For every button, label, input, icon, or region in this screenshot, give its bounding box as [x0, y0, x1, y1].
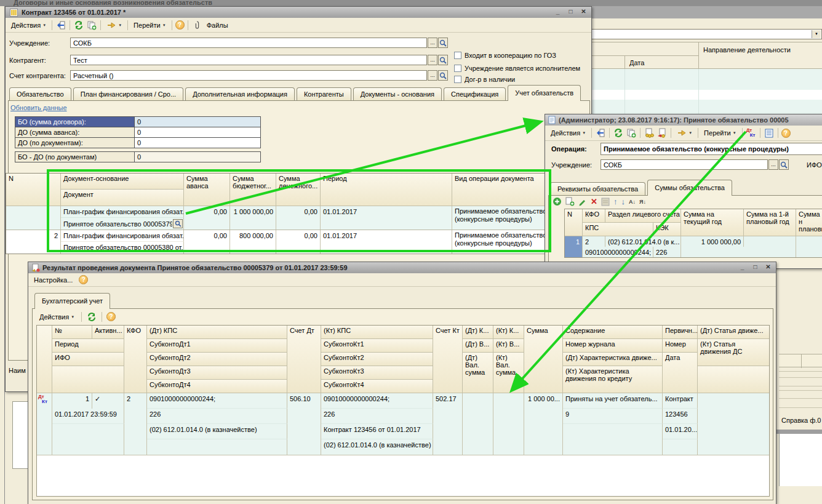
counterparty-field[interactable]: Тест — [70, 55, 427, 65]
col-doc[interactable]: Документ — [61, 190, 184, 206]
help-icon[interactable]: ? — [175, 20, 185, 30]
files-button[interactable]: Файлы — [204, 21, 231, 30]
checkbox-executor[interactable]: Учреждение является исполнителем — [454, 65, 580, 72]
save-close-icon[interactable] — [595, 128, 606, 138]
col-kt-statya[interactable]: (Кт) Статья движения ДС — [698, 339, 769, 366]
edit-row-icon[interactable] — [578, 198, 587, 206]
col-subconto-dt2[interactable]: СубконтоДт2 — [147, 353, 287, 366]
col-kt-har[interactable]: (Кт) Характеристика движения по кредиту — [563, 366, 663, 393]
settings-button[interactable]: Настройка... — [31, 276, 75, 284]
minimize-button[interactable]: _ — [553, 8, 563, 17]
col-subconto-kt3[interactable]: СубконтоКт3 — [321, 366, 433, 380]
maximize-button[interactable]: □ — [565, 8, 576, 17]
col-kt-kps[interactable]: (Кт) КПС — [321, 326, 433, 339]
close-button[interactable]: ✕ — [578, 8, 589, 17]
table-row[interactable]: ДтКт 1 ✓ 01.01.2017 23:59:59 2 090100000… — [37, 393, 769, 455]
add-copy-icon[interactable] — [86, 20, 97, 30]
account-search-icon[interactable] — [438, 70, 448, 81]
counterparty-search-icon[interactable] — [438, 55, 448, 65]
col-kt-val[interactable]: (Кт) Вал. сумма — [493, 353, 524, 393]
tab-obligation-sums[interactable]: Суммы обязательства — [647, 180, 732, 196]
sort-asc-icon[interactable]: А↓ — [629, 199, 636, 205]
account-ellipsis-button[interactable]: ... — [428, 70, 437, 81]
col-ifo[interactable]: ИФО — [52, 353, 124, 366]
delete-row-icon[interactable]: ✕ — [591, 197, 597, 206]
checkbox-goz[interactable]: Входит в кооперацию по ГОЗ — [454, 52, 556, 59]
col-dt-val[interactable]: (Дт) Вал. сумма — [463, 353, 493, 393]
goto-button[interactable]: Перейти▼ — [131, 21, 169, 30]
add-copy-icon[interactable] — [626, 128, 637, 138]
tab-additional-info[interactable]: Дополнительная информация — [185, 87, 295, 101]
spravka-button[interactable]: Справка ф.0 — [781, 417, 821, 424]
checkbox-box[interactable] — [454, 65, 461, 72]
checkbox-box[interactable] — [454, 76, 461, 83]
col-schet-kt[interactable]: Счет Кт — [433, 326, 463, 393]
institution-ellipsis-button[interactable]: ... — [768, 159, 778, 170]
unpost-document-icon[interactable] — [656, 128, 668, 138]
col-section[interactable]: Раздел лицевого счета — [605, 209, 681, 223]
col-subconto-kt2[interactable]: СубконтоКт2 — [321, 353, 433, 366]
tab-accounting[interactable]: Бухгалтерский учет — [34, 293, 110, 309]
goto-button[interactable]: Перейти▼ — [701, 129, 739, 137]
col-nomer[interactable]: Номер — [663, 339, 698, 353]
col-n[interactable]: N — [565, 209, 583, 236]
combo-dropdown-icon[interactable]: ▼ — [812, 30, 821, 38]
tab-obligation[interactable]: Обязательство — [9, 87, 71, 101]
save-close-icon[interactable] — [55, 20, 66, 30]
refresh-data-link[interactable]: Обновить данные — [10, 104, 67, 111]
col-dt-statya[interactable]: (Дт) Статья движе... — [698, 326, 769, 339]
add-row-icon[interactable] — [553, 197, 562, 206]
tab-specification[interactable]: Спецификация — [444, 87, 506, 101]
col-kps[interactable]: КПС — [583, 223, 653, 236]
col-advance[interactable]: Сумма аванса — [184, 174, 230, 206]
tab-finance-plan[interactable]: План финансирования / Сро... — [73, 87, 183, 101]
column-header-direction[interactable]: Направление деятельности — [703, 46, 791, 54]
col-period[interactable]: Период — [321, 174, 452, 206]
col-pervich[interactable]: Первичн... — [663, 326, 698, 339]
actions-button[interactable]: Действия▼ — [9, 21, 49, 30]
institution-ellipsis-button[interactable]: ... — [428, 38, 437, 48]
maximize-button[interactable]: □ — [750, 263, 760, 272]
col-doc-base[interactable]: Документ-основание — [61, 174, 184, 190]
col-subconto-dt1[interactable]: СубконтоДт1 — [147, 339, 287, 353]
institution-field[interactable]: СОКБ — [70, 38, 427, 48]
institution-search-icon[interactable] — [438, 38, 448, 48]
postings-table-empty-area[interactable] — [37, 455, 769, 496]
tab-obligation-accounting[interactable]: Учет обязательств — [508, 85, 581, 101]
cell-aktiv[interactable]: ✓ — [92, 393, 124, 409]
col-dt-har[interactable]: (Дт) Характеристика движе... — [563, 353, 663, 366]
refresh-icon[interactable] — [613, 128, 624, 138]
result-window-titlebar[interactable]: Результат проведения документа Принятое … — [28, 262, 776, 273]
help-icon[interactable]: ? — [79, 275, 88, 284]
col-kt-v[interactable]: (Кт) В... — [493, 339, 524, 353]
col-dt-v[interactable]: (Дт) В... — [463, 339, 493, 353]
col-subconto-kt1[interactable]: СубконтоКт1 — [321, 339, 433, 353]
open-document-search-icon[interactable] — [173, 219, 183, 228]
operation-field[interactable]: Принимаемое обязательство (конкурсные пр… — [601, 143, 822, 155]
refresh-icon[interactable] — [86, 311, 97, 322]
actions-button[interactable]: Действия▼ — [37, 313, 77, 321]
table-row[interactable]: 1 2 (02) 612.01.014.0 (в к... 0901000000… — [565, 236, 822, 257]
account-field[interactable]: Расчетный () — [70, 70, 427, 81]
col-dt-k[interactable]: (Дт) К... — [463, 326, 493, 339]
obligation-window-titlebar[interactable]: (Администратор; 23.08.2017 9:16:17): При… — [545, 114, 822, 126]
checkbox-box[interactable] — [454, 52, 461, 59]
col-kt-k[interactable]: (Кт) К... — [493, 326, 524, 339]
col-data[interactable]: Дата — [663, 353, 698, 393]
forward-button[interactable]: ▼ — [674, 128, 695, 138]
minimize-button[interactable]: _ — [737, 263, 748, 272]
col-soderzhanie[interactable]: Содержание — [563, 326, 663, 339]
col-money[interactable]: Сумма денежного... — [276, 174, 321, 206]
journal-icon[interactable] — [764, 128, 775, 138]
col-schet-dt[interactable]: Счет Дт — [287, 326, 321, 393]
col-dt-kps[interactable]: (Дт) КПС — [147, 326, 287, 339]
col-budget[interactable]: Сумма бюджетног... — [230, 174, 276, 206]
col-current-year[interactable]: Сумма на текущий год — [681, 209, 744, 236]
help-icon[interactable]: ? — [106, 312, 116, 321]
help-icon[interactable]: ? — [781, 129, 791, 138]
actions-button[interactable]: Действия▼ — [548, 129, 588, 137]
post-document-icon[interactable] — [644, 128, 655, 138]
dtkt-icon[interactable]: ДтКт — [746, 127, 757, 138]
col-kfo[interactable]: КФО — [583, 209, 605, 223]
col-zhurnal[interactable]: Номер журнала — [563, 339, 663, 353]
